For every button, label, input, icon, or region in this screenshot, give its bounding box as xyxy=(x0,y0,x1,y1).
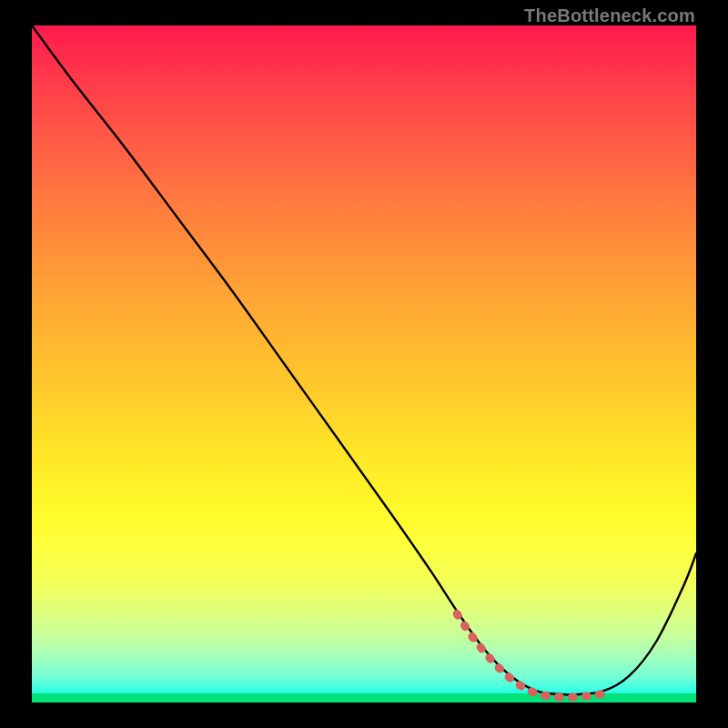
curve-layer xyxy=(32,25,696,703)
watermark-text: TheBottleneck.com xyxy=(524,5,695,26)
plot-area xyxy=(32,25,696,703)
main-curve xyxy=(32,25,696,695)
trough-marker-path xyxy=(457,614,603,698)
chart-frame: TheBottleneck.com xyxy=(0,0,728,728)
trough-markers xyxy=(457,614,603,698)
